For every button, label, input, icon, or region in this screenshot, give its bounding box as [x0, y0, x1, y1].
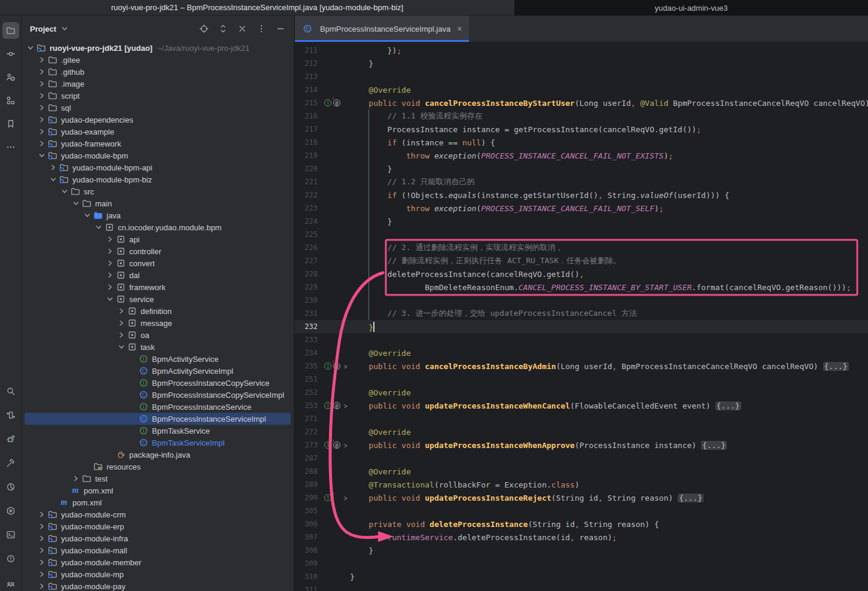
- tree-item-service[interactable]: service: [22, 293, 295, 305]
- profiler-tool-icon[interactable]: [2, 479, 19, 495]
- chevron-down-icon[interactable]: [36, 150, 47, 161]
- chevron-down-icon[interactable]: [25, 42, 36, 53]
- chevron-down-icon[interactable]: [71, 198, 81, 209]
- code-line-273[interactable]: 273I↑@> public void updateProcessInstanc…: [295, 438, 868, 452]
- code-line-224[interactable]: 224 }: [295, 215, 868, 228]
- editor-tab[interactable]: C BpmProcessInstanceServiceImpl.java ×: [295, 16, 470, 42]
- code-line-272[interactable]: 272 @Override: [295, 425, 868, 438]
- tree-item-bpmprocessinstanceservice[interactable]: IBpmProcessInstanceService: [22, 401, 295, 413]
- code-line-231[interactable]: 231 // 3. 进一步的处理，交给 updateProcessInstanc…: [295, 307, 868, 320]
- chevron-right-icon[interactable]: [105, 282, 115, 293]
- code-line-252[interactable]: 252 @Override: [295, 386, 868, 399]
- chevron-right-icon[interactable]: [71, 473, 81, 484]
- code-line-223[interactable]: 223 throw exception(PROCESS_INSTANCE_CAN…: [295, 202, 868, 215]
- chevron-right-icon[interactable]: [36, 581, 47, 591]
- tree-item-bpmactivityserviceimpl[interactable]: CBpmActivityServiceImpl: [22, 365, 295, 377]
- code-line-213[interactable]: 213: [295, 70, 868, 83]
- chevron-right-icon[interactable]: [36, 557, 47, 568]
- tree-item-message[interactable]: message: [22, 317, 295, 329]
- tree-item-package-info.java[interactable]: package-info.java: [22, 449, 295, 461]
- chevron-right-icon[interactable]: [36, 545, 47, 556]
- tree-item-java[interactable]: java: [22, 209, 295, 221]
- chevron-down-icon[interactable]: [105, 294, 115, 304]
- tree-item-yudao-module-pay[interactable]: yudao-module-pay: [22, 580, 295, 591]
- code-line-228[interactable]: 228 deleteProcessInstance(cancelReqVO.ge…: [295, 267, 868, 281]
- code-line-217[interactable]: 217 ProcessInstance instance = getProces…: [295, 123, 868, 136]
- tree-item-convert[interactable]: convert: [22, 257, 295, 269]
- tree-item-yudao-module-bpm-api[interactable]: yudao-module-bpm-api: [22, 162, 295, 173]
- tree-item-definition[interactable]: definition: [22, 305, 295, 317]
- tree-item-framework[interactable]: framework: [22, 281, 295, 293]
- chevron-right-icon[interactable]: [48, 162, 59, 173]
- chevron-right-icon[interactable]: [116, 330, 127, 340]
- code-line-215[interactable]: 215I↑@ public void cancelProcessInstance…: [295, 96, 868, 109]
- code-line-271[interactable]: 271: [295, 412, 868, 425]
- tree-item-yudao-module-infra[interactable]: yudao-module-infra: [22, 532, 295, 544]
- tree-item-ruoyi-vue-pro-jdk21-yudao-[interactable]: ruoyi-vue-pro-jdk21 [yudao]~/Java/ruoyi-…: [22, 42, 295, 54]
- fold-chevron-icon[interactable]: >: [341, 401, 350, 410]
- chevron-down-icon[interactable]: [48, 174, 59, 185]
- chevron-down-icon[interactable]: [82, 210, 93, 221]
- tree-item-yudao-module-erp[interactable]: yudao-module-erp: [22, 520, 295, 532]
- tree-item-resources[interactable]: resources: [22, 461, 295, 473]
- code-line-309[interactable]: 309: [295, 557, 868, 570]
- run-tool-icon[interactable]: [2, 407, 19, 424]
- tree-item-main[interactable]: main: [22, 197, 295, 209]
- code-line-211[interactable]: 211 });: [295, 44, 868, 57]
- code-line-235[interactable]: 235I↑@> public void cancelProcessInstanc…: [295, 360, 868, 373]
- tree-item-cn.iocoder.yudao.module.bpm[interactable]: cn.iocoder.yudao.module.bpm: [22, 221, 295, 233]
- chevron-right-icon[interactable]: [36, 521, 47, 532]
- chevron-right-icon[interactable]: [36, 54, 47, 65]
- tree-item-pom.xml[interactable]: mpom.xml: [22, 485, 295, 496]
- fold-chevron-icon[interactable]: >: [341, 441, 350, 450]
- chevron-down-icon[interactable]: [93, 222, 104, 233]
- code-line-290[interactable]: 290I↑> public void updateProcessInstance…: [295, 491, 868, 504]
- hide-panel-icon[interactable]: [275, 23, 287, 35]
- structure-tool-icon[interactable]: [2, 92, 19, 109]
- chevron-right-icon[interactable]: [105, 270, 115, 281]
- tree-item-.image[interactable]: .image: [22, 78, 295, 90]
- tree-item-script[interactable]: script: [22, 90, 295, 102]
- code-line-216[interactable]: 216 // 1.1 校验流程实例存在: [295, 109, 868, 123]
- tree-item-bpmtaskserviceimpl[interactable]: CBpmTaskServiceImpl: [22, 437, 295, 449]
- tree-item-task[interactable]: task: [22, 341, 295, 353]
- tree-item-yudao-framework[interactable]: yudao-framework: [22, 138, 295, 150]
- chevron-right-icon[interactable]: [116, 318, 127, 328]
- code-line-305[interactable]: 305: [295, 504, 868, 517]
- chevron-right-icon[interactable]: [36, 114, 47, 125]
- tree-item-sql[interactable]: sql: [22, 102, 295, 114]
- code-line-225[interactable]: 225: [295, 228, 868, 241]
- code-line-232[interactable]: 232 }: [295, 320, 868, 333]
- chevron-right-icon[interactable]: [36, 509, 47, 520]
- code-line-212[interactable]: 212 }: [295, 57, 868, 70]
- more-tools-icon[interactable]: [2, 139, 19, 156]
- code-line-226[interactable]: 226 // 2. 通过删除流程实例，实现流程实例的取消，: [295, 241, 868, 254]
- commit-tool-icon[interactable]: [2, 45, 19, 62]
- chevron-down-icon[interactable]: [116, 342, 127, 352]
- chevron-right-icon[interactable]: [105, 234, 115, 245]
- code-line-214[interactable]: 214 @Override: [295, 83, 868, 96]
- fold-chevron-icon[interactable]: >: [341, 493, 350, 502]
- code-line-311[interactable]: 311: [295, 583, 868, 591]
- chevron-down-icon[interactable]: [60, 24, 69, 33]
- tree-item-yudao-module-member[interactable]: yudao-module-member: [22, 556, 295, 568]
- chevron-right-icon[interactable]: [36, 90, 47, 101]
- code-line-288[interactable]: 288 @Override: [295, 465, 868, 478]
- code-line-222[interactable]: 222 if (!Objects.equals(instance.getStar…: [295, 188, 868, 202]
- chevron-right-icon[interactable]: [36, 78, 47, 89]
- tree-item-yudao-module-bpm-biz[interactable]: yudao-module-bpm-biz: [22, 173, 295, 185]
- code-line-306[interactable]: 306 private void deleteProcessInstance(S…: [295, 517, 868, 531]
- chevron-right-icon[interactable]: [36, 533, 47, 544]
- pull-requests-tool-icon[interactable]: ?: [2, 69, 19, 86]
- chevron-right-icon[interactable]: [105, 258, 115, 269]
- terminal-tool-icon[interactable]: [2, 526, 19, 543]
- chevron-right-icon[interactable]: [36, 102, 47, 113]
- tree-item-yudao-module-crm[interactable]: yudao-module-crm: [22, 508, 295, 520]
- tree-item-yudao-module-mp[interactable]: yudao-module-mp: [22, 568, 295, 580]
- chevron-right-icon[interactable]: [36, 66, 47, 77]
- code-line-220[interactable]: 220 }: [295, 162, 868, 175]
- chevron-right-icon[interactable]: [36, 126, 47, 137]
- problems-tool-icon[interactable]: [2, 550, 19, 567]
- tree-item-pom.xml[interactable]: mpom.xml: [22, 496, 295, 508]
- code-line-227[interactable]: 227 // 删除流程实例，正则执行任务 ACT_RU_TASK．任务会被删除。: [295, 254, 868, 267]
